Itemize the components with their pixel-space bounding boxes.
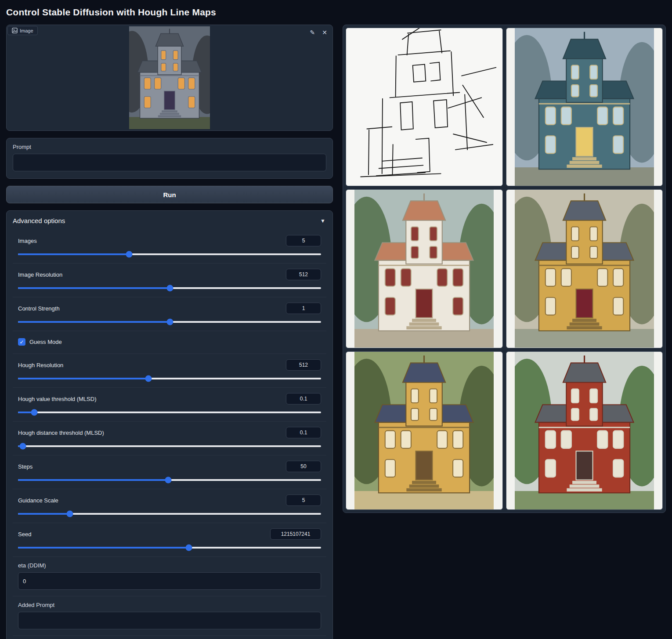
field-label: eta (DDIM) <box>18 562 321 569</box>
slider-fill <box>18 479 168 481</box>
control-column: Image ✎ ✕ Prompt Run Advanced options ▼ … <box>6 25 333 639</box>
advanced-options-block: Advanced options ▼ ImagesImage Resolutio… <box>6 210 333 639</box>
advanced-controls: ImagesImage ResolutionControl Strength✓G… <box>7 230 332 639</box>
slider-fill <box>18 513 70 515</box>
guess-mode-checkbox[interactable]: ✓Guess Mode <box>18 336 321 347</box>
slider-track[interactable] <box>18 412 321 413</box>
slider-handle[interactable] <box>20 443 26 450</box>
slider-handle[interactable] <box>31 409 38 416</box>
result-painting-4 <box>354 352 494 509</box>
checkbox-label: Guess Mode <box>29 339 62 345</box>
slider-label: Images <box>18 238 37 244</box>
run-button[interactable]: Run <box>6 186 333 203</box>
slider-value-input[interactable] <box>286 495 321 506</box>
result-painting-2 <box>354 190 494 347</box>
gallery-item[interactable] <box>346 351 503 510</box>
slider-track[interactable] <box>18 479 321 481</box>
slider-value-input[interactable] <box>286 269 321 280</box>
checkbox-check-icon: ✓ <box>18 338 25 346</box>
prompt-block: Prompt <box>6 138 333 179</box>
slider-handle[interactable] <box>66 511 73 517</box>
gallery-item[interactable] <box>506 189 663 348</box>
input-image-block: Image ✎ ✕ <box>6 25 333 131</box>
slider-label: Hough distance threshold (MLSD) <box>18 430 104 436</box>
slider-handle[interactable] <box>166 319 173 325</box>
gallery-item[interactable] <box>506 28 663 186</box>
image-component-label: Image <box>7 26 38 35</box>
slider-label: Image Resolution <box>18 271 62 278</box>
text-field-input[interactable] <box>18 572 321 590</box>
slider-track[interactable] <box>18 445 321 447</box>
clear-image-button[interactable]: ✕ <box>321 29 328 36</box>
result-painting-5 <box>515 352 654 509</box>
input-image[interactable] <box>129 26 210 129</box>
slider-fill <box>18 287 170 289</box>
slider-label: Control Strength <box>18 305 60 312</box>
result-painting-3 <box>515 190 654 347</box>
slider-track[interactable] <box>18 547 321 549</box>
slider-handle[interactable] <box>145 375 152 382</box>
slider-track[interactable] <box>18 321 321 323</box>
edit-image-button[interactable]: ✎ <box>309 29 316 36</box>
slider-value-input[interactable] <box>270 528 321 540</box>
output-gallery <box>343 25 666 513</box>
field-label: Added Prompt <box>18 602 321 608</box>
slider-fill <box>18 253 129 255</box>
prompt-input[interactable] <box>13 154 326 171</box>
result-painting-1 <box>515 28 654 186</box>
slider-track[interactable] <box>18 513 321 515</box>
victorian-house-photo <box>129 26 210 129</box>
advanced-options-title: Advanced options <box>13 217 65 224</box>
slider-value-input[interactable] <box>286 461 321 472</box>
slider-value-input[interactable] <box>286 393 321 404</box>
gallery-item[interactable] <box>506 351 663 510</box>
slider-fill <box>18 321 170 323</box>
slider-label: Guidance Scale <box>18 497 58 504</box>
slider-track[interactable] <box>18 253 321 255</box>
text-field-input[interactable] <box>18 612 321 629</box>
slider-value-input[interactable] <box>286 235 321 246</box>
gallery-item[interactable] <box>346 28 503 186</box>
prompt-label: Prompt <box>13 144 326 150</box>
slider-label: Hough value threshold (MLSD) <box>18 396 96 402</box>
slider-value-input[interactable] <box>286 359 321 371</box>
slider-value-input[interactable] <box>286 427 321 438</box>
slider-track[interactable] <box>18 378 321 379</box>
slider-handle[interactable] <box>186 545 192 551</box>
app-root: Control Stable Diffusion with Hough Line… <box>0 0 672 639</box>
slider-handle[interactable] <box>166 285 173 292</box>
slider-fill <box>18 547 189 549</box>
page-title: Control Stable Diffusion with Hough Line… <box>6 7 666 18</box>
slider-track[interactable] <box>18 287 321 289</box>
slider-handle[interactable] <box>165 477 172 484</box>
hough-line-map <box>346 28 502 186</box>
gallery-item[interactable] <box>346 189 503 348</box>
slider-label: Hough Resolution <box>18 362 63 368</box>
slider-label: Seed <box>18 531 31 538</box>
slider-handle[interactable] <box>126 251 132 258</box>
advanced-options-header[interactable]: Advanced options ▼ <box>7 211 332 230</box>
slider-value-input[interactable] <box>286 303 321 314</box>
slider-fill <box>18 378 148 379</box>
image-icon <box>12 28 18 33</box>
slider-label: Steps <box>18 463 33 470</box>
collapse-arrow-icon: ▼ <box>320 218 325 224</box>
